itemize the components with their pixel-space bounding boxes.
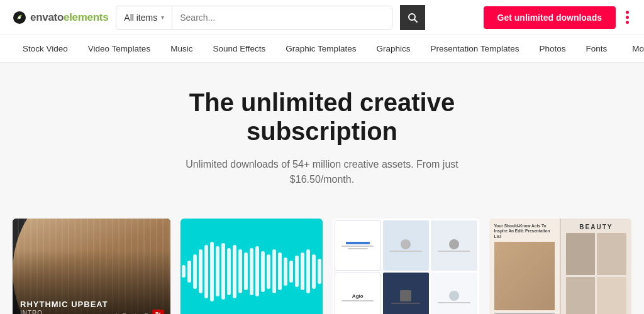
wave-bar: [272, 249, 276, 293]
wave-bar: [233, 245, 236, 298]
card-video-title: RHYTHMIC UPBEAT: [20, 300, 108, 310]
search-filter-dropdown[interactable]: All items ▾: [116, 6, 172, 29]
nav-item-sound-effects[interactable]: Sound Effects: [203, 35, 275, 62]
nav-item-presentation-templates[interactable]: Presentation Templates: [421, 35, 530, 62]
pres-slide-2: [431, 220, 477, 271]
hero-title: The unlimited creativesubscription: [13, 88, 631, 146]
wave-bar: [312, 254, 316, 289]
search-icon: [408, 13, 418, 23]
card-video-badge: Pr: [152, 310, 164, 314]
search-button[interactable]: [400, 5, 425, 30]
pres-slide-1: [383, 220, 430, 271]
nav-item-graphics[interactable]: Graphics: [367, 35, 421, 62]
pres-slide-3: Agio: [335, 273, 381, 315]
wave-bar: [250, 248, 253, 295]
mag-page-right: BEAUTY: [561, 219, 631, 314]
mag-beauty-title: BEAUTY: [566, 224, 626, 230]
dot: [626, 16, 629, 19]
mag-image: [494, 242, 555, 310]
wave-bar: [255, 246, 259, 296]
waveform: [182, 246, 321, 296]
pres-text-line-5: [341, 300, 374, 301]
card-audio[interactable]: [180, 219, 323, 314]
card-video-subtitle: INTRO: [20, 310, 108, 314]
pres-text-line: [341, 246, 374, 247]
cards-section: RHYTHMIC UPBEAT INTRO Pr for Premiere Pr…: [0, 206, 644, 314]
wave-bar: [318, 259, 321, 284]
wave-bar: [238, 249, 242, 293]
wave-bar: [182, 265, 186, 278]
search-bar: All items ▾: [116, 6, 392, 30]
pres-avatar-3: [449, 291, 459, 301]
hero-section: The unlimited creativesubscription Unlim…: [0, 63, 644, 206]
mag-grid-img-3: [566, 277, 596, 314]
mag-page-left: Your Should-Know Acts To Inspire An Edit…: [489, 219, 560, 314]
pres-slide-5: [431, 273, 477, 315]
mag-grid: [566, 233, 626, 314]
wave-bar: [221, 243, 225, 300]
pres-avatar: [401, 239, 411, 249]
nav-item-stock-video[interactable]: Stock Video: [13, 35, 78, 62]
pres-slide-0: [335, 220, 381, 271]
card-presentation[interactable]: Agio: [333, 219, 479, 314]
wave-bar: [193, 254, 197, 289]
pres-avatar-2: [449, 239, 459, 249]
search-input[interactable]: [172, 6, 392, 29]
pres-text-line-3: [389, 251, 422, 252]
nav-item-video-templates[interactable]: Video Templates: [78, 35, 160, 62]
chevron-down-icon: ▾: [161, 14, 164, 21]
wave-bar: [261, 251, 265, 292]
pres-text-line-2: [348, 248, 368, 249]
nav-more-categories[interactable]: More Categories: [622, 44, 644, 53]
get-unlimited-button[interactable]: Get unlimited downloads: [484, 6, 616, 29]
wave-bar: [210, 242, 214, 301]
card-video[interactable]: RHYTHMIC UPBEAT INTRO Pr for Premiere Pr…: [13, 219, 170, 314]
wave-bar: [278, 252, 282, 290]
pres-title-bar: [346, 242, 370, 244]
wave-bar: [244, 252, 248, 290]
wave-bar: [267, 254, 270, 289]
dot: [626, 11, 629, 14]
nav-item-photos[interactable]: Photos: [529, 35, 575, 62]
wave-bar: [301, 252, 304, 290]
wave-bar: [284, 257, 287, 286]
svg-point-1: [18, 16, 21, 19]
pres-slide-4: [383, 273, 430, 315]
mag-headline: Your Should-Know Acts To Inspire An Edit…: [494, 224, 555, 239]
pres-dark-line: [391, 303, 420, 304]
mag-grid-img-2: [597, 233, 626, 275]
header: envatoelements All items ▾ Get unlimited…: [0, 0, 644, 35]
pres-text-line-4: [438, 251, 470, 252]
wave-bar: [289, 261, 293, 283]
pres-name: Agio: [352, 293, 364, 299]
logo-text: envatoelements: [30, 11, 108, 24]
nav-item-fonts[interactable]: Fonts: [575, 35, 617, 62]
more-options-button[interactable]: [623, 8, 631, 26]
nav-item-music[interactable]: Music: [160, 35, 203, 62]
nav-bar: Stock Video Video Templates Music Sound …: [0, 35, 644, 63]
search-filter-label: All items: [124, 13, 157, 23]
nav-item-graphic-templates[interactable]: Graphic Templates: [275, 35, 366, 62]
wave-bar: [306, 249, 310, 293]
pres-text-line-6: [438, 302, 470, 303]
logo-icon: [13, 11, 26, 24]
dot: [626, 21, 629, 24]
card-magazine[interactable]: Your Should-Know Acts To Inspire An Edit…: [489, 219, 632, 314]
card-video-text: RHYTHMIC UPBEAT INTRO: [20, 300, 108, 314]
wave-bar: [199, 249, 203, 293]
logo[interactable]: envatoelements: [13, 11, 108, 24]
wave-bar: [204, 245, 208, 298]
wave-bar: [187, 261, 191, 283]
mag-grid-img-1: [566, 233, 596, 275]
wave-bar: [295, 256, 299, 287]
svg-line-3: [414, 19, 417, 22]
wave-bar: [216, 246, 219, 296]
wave-bar: [227, 248, 231, 295]
hero-subtitle: Unlimited downloads of 54+ million creat…: [13, 157, 631, 187]
mag-grid-img-4: [597, 277, 626, 314]
pres-dark-img: [400, 290, 411, 301]
